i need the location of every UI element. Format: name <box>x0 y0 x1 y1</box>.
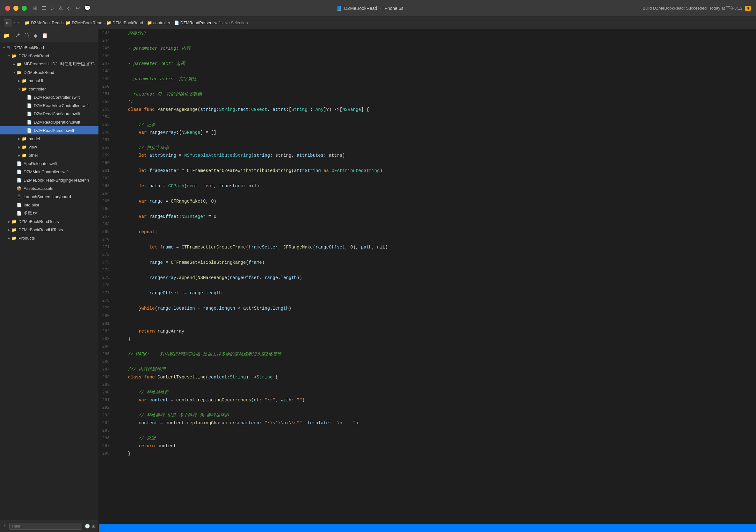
warning-badge[interactable]: 4 <box>745 6 751 11</box>
sidebar-breakpoint-icon[interactable]: ◆ <box>34 33 37 39</box>
sidebar-item-appdelegate[interactable]: ▶ 📄 AppDelegate.swift <box>0 159 98 168</box>
line-code <box>115 358 756 366</box>
breadcrumb-item-0[interactable]: 📁 DZMeBookRead <box>25 20 62 25</box>
line-code <box>115 266 756 274</box>
breadcrumb-item-4[interactable]: 📄 DZMReadParser.swift <box>174 20 221 25</box>
line-code: - parameter attrs: 文字属性 <box>115 75 756 83</box>
line-num: 256 <box>99 129 115 136</box>
sidebar-symbol-icon[interactable]: { } <box>24 33 29 39</box>
filter-input[interactable] <box>9 523 82 530</box>
sidebar-item-readoperation[interactable]: ▶ 📄 DZMReadOperation.swift <box>0 118 98 126</box>
bookmark-icon[interactable]: ◇ <box>67 5 71 11</box>
sidebar-item-readparser[interactable]: ▶ 📄 DZMReadParser.swift <box>0 126 98 134</box>
line-code <box>115 67 756 75</box>
line-code <box>115 37 756 44</box>
line-code <box>115 159 756 167</box>
sidebar-item-uitests[interactable]: ▶ 📁 DZMeBookReadUITests <box>0 226 98 234</box>
sidebar-item-assets[interactable]: ▶ 📦 Assets.xcassets <box>0 184 98 192</box>
grid-icon[interactable]: ⊞ <box>33 5 37 11</box>
line-num: 248 <box>99 67 115 75</box>
sidebar-item-menuui[interactable]: ▶ 📁 menuUI <box>0 76 98 85</box>
line-code: rangeArray.append(NSMakeRange(rangeOffse… <box>115 274 756 281</box>
table-row: 294 content = content.replacingCharacter… <box>99 419 756 427</box>
navigator-icon[interactable]: ☰ <box>42 5 46 11</box>
line-code: - returns: 每一页的起始位置数组 <box>115 91 756 98</box>
sidebar-file-icon[interactable]: 📁 <box>3 33 10 39</box>
line-code: } <box>115 450 756 458</box>
comment-icon[interactable]: 💬 <box>84 5 91 11</box>
sidebar-item-controller[interactable]: ▾ 📂 controller <box>0 85 98 93</box>
sidebar-item-infoplist[interactable]: ▶ 📄 Info.plist <box>0 201 98 209</box>
line-code: class func ContentTypesetting(content:St… <box>115 373 756 381</box>
line-num: 245 <box>99 44 115 52</box>
line-code: let frameSetter = CTFramesetterCreateWit… <box>115 167 756 174</box>
label-bridging: DZMeBookRead-Bridging-Header.h <box>24 178 96 182</box>
sidebar-item-other[interactable]: ▶ 📁 other <box>0 151 98 159</box>
sidebar-item-bridging[interactable]: ▶ 📄 DZMeBookRead-Bridging-Header.h <box>0 176 98 184</box>
breadcrumb-bar: ⊞ ‹ › 📁 DZMeBookRead › 📁 DZMeBookRead › … <box>0 16 756 29</box>
table-row: 252 */ <box>99 98 756 106</box>
sidebar-item-launchscreen[interactable]: ▶ 📱 LaunchScreen.storyboard <box>0 192 98 201</box>
table-row: 290 // 替换单换行 <box>99 389 756 396</box>
label-readviewcontroller: DZMReadViewController.swift <box>34 103 96 108</box>
sidebar-report-icon[interactable]: 📋 <box>42 33 48 39</box>
swift-icon-appdelegate: 📄 <box>16 161 22 166</box>
back-icon[interactable]: ↩ <box>75 5 80 11</box>
back-nav-button[interactable]: ‹ <box>12 20 16 26</box>
status-bar <box>99 524 756 532</box>
line-num: 282 <box>99 328 115 335</box>
breadcrumb-item-1[interactable]: 📁 DZMeBookRead <box>65 20 102 25</box>
minimize-button[interactable] <box>14 6 18 11</box>
table-row: 291 var content = content.replacingOccur… <box>99 396 756 404</box>
arrow-uitests: ▶ <box>6 228 12 231</box>
folder-open-icon-dzmebook2: 📂 <box>16 70 22 75</box>
table-row: 282 return rangeArray <box>99 328 756 335</box>
sidebar-item-readconfigure[interactable]: ▶ 📄 DZMReadConfigure.swift <box>0 110 98 118</box>
sidebar-vcs-icon[interactable]: ⎇ <box>14 33 20 39</box>
recent-icon[interactable]: 🕒 <box>85 524 90 528</box>
sidebar-item-dzmebook[interactable]: ▾ 📂 DZMeBookRead <box>0 52 98 60</box>
sidebar-item-maincontroller[interactable]: ▶ 📄 DZMMainController.swift <box>0 168 98 176</box>
line-num: 269 <box>99 228 115 236</box>
breadcrumb-nav: ⊞ ‹ › <box>4 19 21 26</box>
sidebar-item-readcontroller[interactable]: ▶ 📄 DZMReadController.swift <box>0 93 98 101</box>
add-button[interactable]: + <box>3 523 7 529</box>
sidebar-item-dzmebook2[interactable]: ▾ 📂 DZMeBookRead <box>0 68 98 76</box>
line-code <box>115 174 756 182</box>
sidebar-item-readviewcontroller[interactable]: ▶ 📄 DZMReadViewController.swift <box>0 101 98 110</box>
maximize-button[interactable] <box>22 6 27 11</box>
label-dzmebook2: DZMeBookRead <box>24 70 96 75</box>
folder-icon-products: 📁 <box>12 236 17 241</box>
folder-icon-model: 📁 <box>22 136 27 141</box>
filter-icon[interactable]: ⊞ <box>92 524 95 528</box>
line-num: 271 <box>99 243 115 251</box>
forward-nav-button[interactable]: › <box>17 20 21 26</box>
warning-icon[interactable]: ⚠ <box>58 5 63 11</box>
table-row: 295 <box>99 427 756 435</box>
line-num: 244 <box>99 37 115 44</box>
line-code <box>115 83 756 91</box>
label-qiumo: 求魔.txt <box>24 210 96 216</box>
breadcrumb-item-3[interactable]: 📁 controller <box>147 20 170 25</box>
sidebar-item-root[interactable]: ▾ ⊞ DZMeBookRead <box>0 43 98 52</box>
code-area[interactable]: 243 内容分页 244 245 - parameter string: 内容 … <box>99 29 756 524</box>
line-code: var rangeArray:[NSRange] = [] <box>115 129 756 136</box>
table-row: 250 <box>99 83 756 91</box>
sidebar-item-model[interactable]: ▶ 📁 model <box>0 134 98 143</box>
sidebar-item-qiumo[interactable]: ▶ 📄 求魔.txt <box>0 209 98 217</box>
line-num: 278 <box>99 297 115 305</box>
folder-open-icon-controller: 📂 <box>22 87 27 92</box>
close-button[interactable] <box>5 6 10 11</box>
grid-view-button[interactable]: ⊞ <box>4 19 12 26</box>
search-icon[interactable]: ⌕ <box>51 5 54 11</box>
folder-icon-2: 📁 <box>106 20 111 25</box>
sidebar-item-products[interactable]: ▶ 📁 Products <box>0 234 98 242</box>
folder-icon-0: 📁 <box>25 20 30 25</box>
traffic-lights <box>5 6 27 11</box>
sidebar-item-view[interactable]: ▶ 📁 view <box>0 143 98 151</box>
table-row: 283 } <box>99 335 756 343</box>
sidebar-item-mbprogress[interactable]: ▶ 📁 MBProgressHUD(...时使用用于阻挡下) <box>0 60 98 68</box>
sidebar-item-tests[interactable]: ▶ 📁 DZMeBookReadTests <box>0 217 98 226</box>
line-num: 286 <box>99 358 115 366</box>
breadcrumb-item-2[interactable]: 📁 DZMeBookRead <box>106 20 143 25</box>
